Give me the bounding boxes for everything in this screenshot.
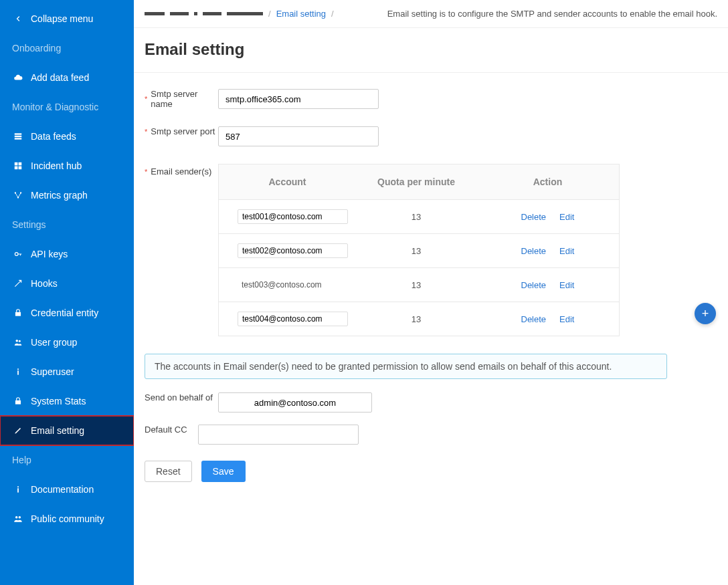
sidebar-item-public-community[interactable]: Public community (0, 504, 134, 534)
sidebar-item-label: API keys (31, 249, 68, 259)
page-hint: Email setting is to configure the SMTP a… (387, 9, 717, 19)
sidebar-item-label: System Stats (31, 396, 86, 406)
breadcrumb: / Email setting / (145, 9, 334, 19)
content-area: *Smtp server name *Smtp server port *Ema… (134, 73, 728, 585)
sidebar-item-label: Public community (31, 513, 104, 524)
svg-point-20 (19, 516, 21, 519)
sidebar-item-label: Incident hub (31, 160, 82, 171)
sidebar-item-label: Monitor & Diagnostic (12, 102, 98, 112)
sidebar-item-label: Email setting (31, 425, 84, 436)
breadcrumb-separator: / (331, 9, 334, 19)
topbar: / Email setting / Email setting is to co… (134, 0, 728, 28)
svg-rect-14 (17, 368, 19, 370)
add-sender-button[interactable]: + (695, 303, 716, 324)
sidebar-section-label: Onboarding (0, 33, 134, 63)
send-on-behalf-input[interactable] (218, 392, 372, 413)
save-button[interactable]: Save (201, 461, 246, 482)
edit-link[interactable]: Edit (559, 314, 574, 324)
sidebar-item-label: Settings (12, 219, 46, 230)
sidebar-section-label: Monitor & Diagnostic (0, 92, 134, 122)
edit-link[interactable]: Edit (559, 280, 574, 290)
smtp-server-name-label: *Smtp server name (145, 89, 218, 109)
sidebar-item-label: Documentation (31, 484, 94, 495)
sidebar-item-label: Data feeds (31, 131, 76, 142)
data-icon (12, 132, 24, 141)
edit-link[interactable]: Edit (559, 212, 574, 222)
svg-rect-0 (15, 133, 22, 134)
svg-rect-11 (15, 312, 21, 316)
sidebar-item-incident-hub[interactable]: Incident hub (0, 151, 134, 181)
breadcrumb-separator: / (268, 9, 271, 19)
edit-link[interactable]: Edit (559, 246, 574, 256)
lock-icon (12, 396, 24, 406)
account-input[interactable] (238, 209, 348, 224)
sidebar: Collapse menu OnboardingAdd data feedMon… (0, 0, 134, 585)
svg-point-10 (15, 253, 18, 256)
page-title: Email setting (134, 28, 728, 73)
sidebar-item-credential-entity[interactable]: Credential entity (0, 298, 134, 328)
sidebar-item-metrics-graph[interactable]: Metrics graph (0, 181, 134, 210)
sidebar-item-label: Credential entity (31, 308, 98, 318)
send-on-behalf-label: Send on behalf of (145, 392, 218, 402)
sidebar-item-add-data-feed[interactable]: Add data feed (0, 63, 134, 92)
table-header-action: Action (476, 164, 620, 200)
delete-link[interactable]: Delete (521, 280, 547, 290)
sidebar-section-label: Settings (0, 210, 134, 239)
svg-point-12 (16, 340, 19, 342)
sidebar-item-data-feeds[interactable]: Data feeds (0, 122, 134, 151)
account-cell: test003@contoso.com (219, 268, 357, 302)
account-input[interactable] (238, 243, 348, 258)
svg-rect-1 (15, 136, 22, 137)
sidebar-item-system-stats[interactable]: System Stats (0, 386, 134, 416)
main-content: / Email setting / Email setting is to co… (134, 0, 728, 585)
svg-rect-4 (19, 162, 22, 166)
smtp-server-name-input[interactable] (218, 89, 379, 109)
svg-rect-17 (17, 486, 19, 487)
quota-cell: 13 (356, 302, 476, 336)
quota-cell: 13 (356, 234, 476, 268)
collapse-menu-button[interactable]: Collapse menu (0, 4, 134, 33)
delete-link[interactable]: Delete (521, 246, 547, 256)
sidebar-item-label: Hooks (31, 278, 58, 289)
svg-rect-16 (15, 400, 21, 404)
incident-icon (12, 161, 24, 170)
info-banner: The accounts in Email sender(s) need to … (145, 354, 667, 379)
sidebar-item-label: Onboarding (12, 43, 61, 53)
users-icon (12, 338, 24, 347)
collapse-menu-label: Collapse menu (31, 13, 93, 24)
sidebar-item-documentation[interactable]: Documentation (0, 475, 134, 504)
community-icon (12, 514, 24, 523)
svg-rect-2 (15, 138, 22, 139)
svg-rect-6 (19, 166, 22, 170)
account-cell (219, 234, 357, 268)
breadcrumb-current[interactable]: Email setting (276, 9, 326, 19)
delete-link[interactable]: Delete (521, 212, 547, 222)
sidebar-item-label: Help (12, 455, 31, 465)
sidebar-item-user-group[interactable]: User group (0, 328, 134, 357)
edit-icon (12, 426, 24, 435)
svg-point-13 (19, 340, 21, 342)
sidebar-item-email-setting[interactable]: Email setting (0, 416, 134, 445)
reset-button[interactable]: Reset (145, 461, 192, 482)
sidebar-item-label: User group (31, 337, 77, 348)
smtp-server-port-input[interactable] (218, 126, 379, 146)
info-icon (12, 367, 24, 376)
sidebar-item-label: Add data feed (31, 72, 89, 83)
delete-link[interactable]: Delete (521, 314, 547, 324)
default-cc-input[interactable] (198, 425, 359, 445)
chevron-left-icon (12, 15, 24, 23)
sidebar-item-superuser[interactable]: Superuser (0, 357, 134, 386)
table-row: 13DeleteEdit (219, 234, 620, 268)
table-row: 13DeleteEdit (219, 302, 620, 336)
table-row: 13DeleteEdit (219, 200, 620, 234)
svg-point-19 (15, 516, 18, 519)
sidebar-item-api-keys[interactable]: API keys (0, 239, 134, 269)
quota-cell: 13 (356, 200, 476, 234)
account-text: test003@contoso.com (238, 277, 348, 292)
action-cell: DeleteEdit (476, 200, 620, 234)
sidebar-item-label: Metrics graph (31, 190, 88, 201)
sidebar-item-hooks[interactable]: Hooks (0, 269, 134, 298)
svg-rect-18 (17, 488, 19, 492)
account-input[interactable] (238, 312, 348, 326)
action-cell: DeleteEdit (476, 234, 620, 268)
